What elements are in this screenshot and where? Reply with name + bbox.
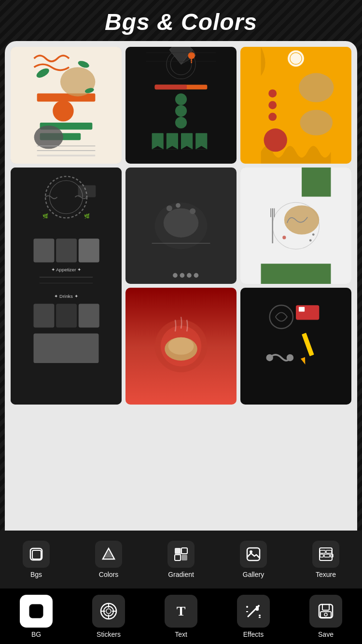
save-label: Save <box>318 630 334 638</box>
toolbar-primary: Bgs Colors Gradi <box>0 531 362 588</box>
bgs-button[interactable]: Bgs <box>0 531 72 588</box>
svg-rect-101 <box>324 554 330 557</box>
save-icon <box>309 595 342 628</box>
page-title: Bgs & Colors <box>0 9 362 35</box>
template-card-5[interactable] <box>125 168 237 284</box>
svg-point-19 <box>175 117 187 128</box>
svg-rect-44 <box>56 238 77 262</box>
template-card-2[interactable] <box>125 47 237 164</box>
svg-text:T: T <box>177 603 186 618</box>
bg-label: BG <box>31 630 41 638</box>
svg-rect-53 <box>33 333 98 363</box>
svg-point-3 <box>53 100 73 121</box>
texture-label: Texure <box>316 571 336 578</box>
bgs-label: Bgs <box>30 571 42 578</box>
stickers-icon <box>92 595 125 628</box>
svg-point-57 <box>176 203 181 208</box>
svg-rect-86 <box>32 550 41 559</box>
stickers-button[interactable]: Stickers <box>72 588 145 644</box>
svg-rect-89 <box>175 548 181 554</box>
template-card-7[interactable] <box>125 288 237 405</box>
svg-rect-91 <box>175 555 181 560</box>
svg-rect-79 <box>299 307 305 312</box>
svg-point-117 <box>259 615 261 616</box>
svg-rect-95 <box>247 548 260 560</box>
svg-point-58 <box>190 208 195 214</box>
colors-label: Colors <box>99 571 118 578</box>
stickers-label: Stickers <box>97 630 121 638</box>
effects-label: Effects <box>243 630 264 638</box>
svg-point-62 <box>187 273 192 278</box>
gradient-icon <box>167 541 195 568</box>
colors-button[interactable]: Colors <box>72 531 145 588</box>
svg-rect-105 <box>32 607 40 615</box>
svg-point-33 <box>300 110 333 135</box>
svg-point-14 <box>188 52 195 59</box>
text-label: Text <box>175 630 187 638</box>
svg-rect-98 <box>320 550 325 553</box>
text-button[interactable]: T Text <box>145 588 217 644</box>
svg-rect-52 <box>79 304 99 327</box>
svg-point-4 <box>60 67 95 96</box>
template-grid: 🌿 🌿 ✦ Appetizer ✦ ✦ Drinks ✦ <box>5 41 357 531</box>
svg-rect-51 <box>56 304 77 327</box>
gradient-label: Gradient <box>168 571 194 578</box>
bg-button[interactable]: BG <box>0 588 72 644</box>
svg-point-83 <box>266 354 273 361</box>
svg-rect-99 <box>326 550 332 553</box>
svg-text:🌿: 🌿 <box>84 213 90 219</box>
svg-rect-122 <box>322 604 329 610</box>
template-card-large[interactable]: 🌿 🌿 ✦ Appetizer ✦ ✦ Drinks ✦ <box>11 168 122 405</box>
svg-marker-82 <box>301 357 307 365</box>
svg-point-118 <box>258 605 260 607</box>
svg-rect-90 <box>181 548 187 554</box>
svg-point-5 <box>34 126 63 149</box>
template-card-1[interactable] <box>11 47 122 164</box>
svg-rect-73 <box>261 264 331 284</box>
template-card-8[interactable] <box>240 288 351 405</box>
toolbar-secondary: BG Stickers T Tex <box>0 588 362 644</box>
gallery-label: Gallery <box>243 571 264 578</box>
svg-point-72 <box>309 239 312 241</box>
texture-icon <box>312 541 339 568</box>
bg-icon <box>20 595 53 628</box>
svg-point-60 <box>173 273 178 278</box>
svg-point-37 <box>264 128 287 152</box>
svg-rect-50 <box>33 304 54 327</box>
svg-point-17 <box>175 94 187 105</box>
svg-point-66 <box>284 205 319 234</box>
svg-point-124 <box>324 613 327 616</box>
gradient-button[interactable]: Gradient <box>145 531 217 588</box>
template-card-3[interactable] <box>240 47 351 164</box>
save-button[interactable]: Save <box>290 588 362 644</box>
texture-button[interactable]: Texure <box>290 531 362 588</box>
svg-text:🌿: 🌿 <box>42 213 49 219</box>
template-card-6[interactable] <box>240 168 351 284</box>
colors-icon <box>95 541 122 568</box>
text-icon: T <box>165 595 197 628</box>
effects-button[interactable]: Effects <box>217 588 290 644</box>
svg-rect-43 <box>33 238 54 262</box>
svg-point-108 <box>106 609 111 614</box>
svg-point-116 <box>246 606 248 608</box>
svg-point-70 <box>282 236 286 239</box>
svg-point-39 <box>50 181 83 214</box>
main-content: Bgs & Colors <box>0 0 362 644</box>
svg-point-61 <box>180 273 185 278</box>
svg-point-35 <box>268 101 277 109</box>
svg-point-80 <box>270 305 293 328</box>
svg-rect-64 <box>302 168 331 196</box>
svg-point-34 <box>268 89 277 98</box>
svg-point-18 <box>175 105 187 117</box>
svg-point-32 <box>299 73 334 102</box>
gallery-button[interactable]: Gallery <box>217 531 290 588</box>
svg-rect-16 <box>155 84 187 89</box>
svg-rect-0 <box>37 94 96 102</box>
bgs-icon <box>23 541 50 568</box>
svg-point-36 <box>268 112 277 121</box>
svg-point-71 <box>312 233 315 236</box>
effects-icon <box>237 595 270 628</box>
svg-point-84 <box>287 354 293 361</box>
svg-text:✦ Drinks ✦: ✦ Drinks ✦ <box>54 294 78 299</box>
gallery-icon <box>240 541 267 568</box>
